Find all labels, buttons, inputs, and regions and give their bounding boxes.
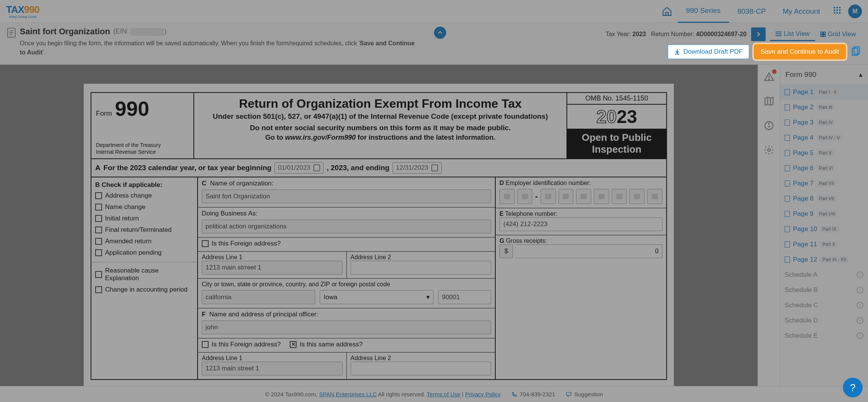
svg-rect-8 [823,32,825,34]
topbar: TAX990 Keep Doing Good 990 Series 8038-C… [0,0,868,23]
schedule-nav-item[interactable]: Schedule Ci [780,298,868,313]
state-select[interactable]: Iowa▾ [320,290,433,304]
footer-copyright: © 2024 Tax990.com, SPAN Enterprises LLC … [265,391,501,397]
form-year: 2023 [567,105,666,129]
nav-my-account[interactable]: My Account [774,0,828,23]
city-input[interactable] [202,290,315,304]
chevron-down-icon: ▾ [426,293,430,301]
officer-name-input[interactable] [202,321,491,334]
privacy-link[interactable]: Privacy Policy [465,391,501,397]
page-nav-item[interactable]: Page 10Part IX [780,222,868,237]
avatar[interactable]: M [848,5,862,18]
checkbox-same-address[interactable]: Is this same address? [290,341,362,348]
nav-990-series[interactable]: 990 Series [678,0,729,23]
checkbox-name-change[interactable]: Name change [95,203,193,211]
calendar-icon [313,164,320,171]
ein-input-group[interactable]: - [496,187,666,208]
checkbox-foreign-address-officer[interactable]: Is this Foreign address? [202,341,281,348]
officer-address-2-input[interactable] [351,362,491,375]
gross-receipts-input[interactable] [516,244,662,258]
form-number: 990 [115,97,149,120]
page-nav-item[interactable]: Page 2Part III [780,100,868,115]
date-begin-input[interactable]: 01/01/2023 [274,162,324,174]
download-pdf-button[interactable]: Download Draft PDF [668,45,749,59]
page-nav-item[interactable]: Page 4Part IV - V [780,130,868,145]
page-nav-item[interactable]: Page 11Part X [780,237,868,252]
page-nav-item[interactable]: Page 12Part XI - XII [780,252,868,267]
row-a: A For the 2023 calendar year, or tax yea… [91,159,667,177]
dba-input[interactable] [202,220,491,233]
collapse-button[interactable] [434,27,446,39]
span-enterprises-link[interactable]: SPAN Enterprises LLC [319,391,377,397]
terms-link[interactable]: Terms of Use [427,391,460,397]
page-nav-item[interactable]: Page 6Part VI [780,161,868,176]
checkbox-foreign-address[interactable]: Is this Foreign address? [202,240,491,247]
checkbox-initial-return[interactable]: Initial return [95,215,193,222]
next-arrow-button[interactable] [751,27,766,41]
page-nav-header[interactable]: Form 990 ▴ [780,65,868,85]
svg-point-14 [769,79,769,80]
schedule-nav-item[interactable]: Schedule Bi [780,282,868,298]
date-end-input[interactable]: 12/31/2023 [393,162,442,174]
form-canvas: Form990 Department of the TreasuryIntern… [0,65,758,386]
checkbox-final-return[interactable]: Final return/Terminated [95,226,193,234]
section-b: B Check if applicable: Address change Na… [91,177,198,379]
page-nav-item[interactable]: Page 9Part VIII [780,206,868,222]
logo-990: 990 [24,4,39,15]
checkbox-accounting-period[interactable]: Change in accounting period [95,286,193,294]
schedule-nav-item[interactable]: Schedule Ei [780,328,868,343]
telephone-input[interactable] [499,217,662,231]
svg-rect-10 [823,35,825,37]
logo-tagline: Keep Doing Good [6,15,39,19]
chevron-up-icon: ▴ [859,70,863,79]
chat-icon [566,391,572,397]
schedule-nav-item[interactable]: Schedule Di [780,313,868,328]
org-name: Saint fort Organization [20,27,110,37]
home-icon[interactable] [662,6,672,17]
document-icon [7,27,16,38]
ein-label: (EIN: ) [113,27,166,35]
officer-address-1-input[interactable] [202,362,343,375]
gear-icon[interactable] [764,145,774,155]
page-nav-item[interactable]: Page 8Part VII [780,191,868,206]
save-continue-audit-button[interactable]: Save and Continue to Audit [754,44,846,59]
list-view-button[interactable]: List View [770,28,815,41]
info-icon[interactable] [764,120,774,131]
checkbox-amended-return[interactable]: Amended return [95,238,193,245]
dept-text: Department of the TreasuryInternal Reven… [96,142,190,155]
phone-icon [511,391,517,397]
map-icon[interactable] [764,96,774,107]
copy-icon[interactable] [850,46,861,57]
form-subtitle-2: Do not enter social security numbers on … [206,124,555,132]
schedule-nav-item[interactable]: Schedule Ai [780,267,868,282]
grid-view-button[interactable]: Grid View [815,28,861,41]
checkbox-reasonable-cause[interactable]: Reasonable cause Explanation [95,267,193,282]
page-nav-item[interactable]: Page 1Part I - II [780,85,868,100]
logo[interactable]: TAX990 Keep Doing Good [6,4,39,19]
form-word: Form [96,110,112,118]
instruction-text: Once you begin filing the form, the info… [20,39,416,57]
form-page: Form990 Department of the TreasuryIntern… [84,84,674,386]
zip-input[interactable] [438,290,491,304]
help-fab[interactable]: ? [843,378,863,397]
apps-grid-icon[interactable] [834,7,843,16]
page-nav-item[interactable]: Page 5Part V [780,145,868,161]
dollar-prefix: $ [499,244,513,258]
phone-contact[interactable]: 704-839-2321 [511,391,555,397]
address-line-2-input[interactable] [351,261,491,274]
alert-icon[interactable] [764,72,774,82]
svg-point-19 [769,123,769,124]
svg-rect-9 [821,35,823,37]
address-line-1-input[interactable] [202,261,343,274]
svg-rect-7 [821,32,823,34]
checkbox-application-pending[interactable]: Application pending [95,249,193,257]
checkbox-address-change[interactable]: Address change [95,192,193,199]
nav-8038-cp[interactable]: 8038-CP [729,0,774,23]
org-name-input[interactable] [202,190,491,203]
open-to-public: Open to Public Inspection [567,129,666,158]
page-nav-item[interactable]: Page 3Part IV [780,115,868,130]
page-nav-item[interactable]: Page 7Part VII [780,176,868,191]
suggestion-button[interactable]: Suggestion [566,391,603,397]
page-nav: Form 990 ▴ Page 1Part I - IIPage 2Part I… [780,65,868,386]
form-subtitle-1: Under section 501(c), 527, or 4947(a)(1)… [206,112,555,121]
